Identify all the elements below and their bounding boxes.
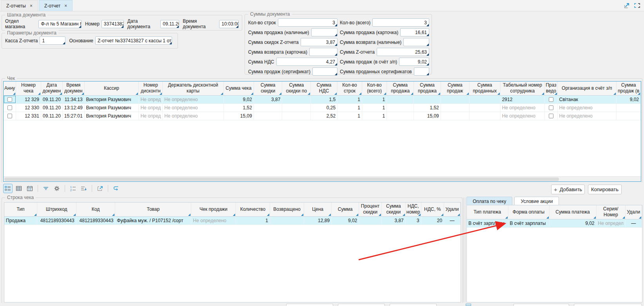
column-header[interactable]: Кол-во (всего) <box>362 81 386 95</box>
cell[interactable]: В счёт зарплаты <box>508 219 549 227</box>
column-header[interactable]: Сумма продажа <box>387 81 414 95</box>
column-header[interactable]: Удали <box>625 205 642 219</box>
cell[interactable] <box>254 103 282 112</box>
column-header[interactable]: Тип платежа <box>467 205 508 219</box>
cell[interactable] <box>282 95 311 103</box>
filter-icon[interactable] <box>41 184 51 193</box>
field-input[interactable]: Z-отчет №337413827 с кассы 1 от 2020 <box>95 36 172 45</box>
cell[interactable]: 20 <box>421 216 444 225</box>
cell[interactable]: Не определено <box>163 103 223 112</box>
cell[interactable]: Виктория Разумович <box>84 103 139 112</box>
list-view-icon[interactable] <box>3 184 13 193</box>
column-header[interactable]: Чек продажи <box>191 203 236 216</box>
cut-off-button[interactable] <box>574 304 642 306</box>
column-header[interactable]: Праз ведо <box>545 81 557 95</box>
cell[interactable]: 0,25 <box>311 103 337 112</box>
tab-z-otchety[interactable]: Z-отчеты × <box>1 0 38 11</box>
field-input[interactable]: 3 <box>278 18 337 27</box>
cell[interactable] <box>617 112 641 120</box>
tab-payment-by-check[interactable]: Оплата по чеку <box>466 197 512 205</box>
cell[interactable] <box>545 112 557 120</box>
column-header[interactable]: Форма оплаты <box>508 205 549 219</box>
grid-view-icon[interactable] <box>14 184 24 193</box>
column-header[interactable]: Сумма продаж <box>441 81 469 95</box>
cell[interactable] <box>4 112 16 120</box>
cut-off-button[interactable] <box>390 304 437 306</box>
cut-off-button[interactable] <box>338 304 385 306</box>
cell[interactable]: Не определено <box>557 112 617 120</box>
cell[interactable]: 15,09 <box>414 112 441 120</box>
column-header[interactable]: Кол-во строк <box>337 81 362 95</box>
column-header[interactable]: Количество <box>236 203 270 216</box>
cell[interactable]: Не определ <box>596 219 625 227</box>
cell[interactable]: Фуфайка муж. / Р107152 /сорт <box>115 216 191 225</box>
field-input[interactable] <box>414 67 429 76</box>
cell[interactable] <box>414 95 441 103</box>
table-row[interactable]: В счёт зарплатыВ счёт зарплаты9,02Не опр… <box>467 219 642 227</box>
cell[interactable]: 9,02 <box>223 95 254 103</box>
column-header[interactable]: Сумма чека <box>223 81 254 95</box>
cell[interactable]: 9,02 <box>549 219 596 227</box>
cell[interactable]: 3 <box>405 216 421 225</box>
panel-splitter[interactable] <box>463 197 465 302</box>
column-header[interactable]: Кассир <box>84 81 139 95</box>
field-input[interactable] <box>403 38 429 46</box>
cell[interactable]: 12 329 <box>16 95 41 103</box>
column-header[interactable]: НДС, номер <box>405 203 421 216</box>
column-header[interactable]: Держатель дисконтной карты <box>163 81 223 95</box>
column-header[interactable]: Сумма продаж (в <box>617 81 641 95</box>
field-input[interactable]: 10:03:00 <box>219 20 239 28</box>
table-row[interactable]: 12 33109.11.2015:27:01Виктория Разумович… <box>4 112 641 120</box>
cell[interactable] <box>469 95 500 103</box>
add-button[interactable]: + Добавить <box>551 185 585 194</box>
cell[interactable]: 13:12:49 <box>62 103 84 112</box>
copy-button[interactable]: Копировать <box>588 185 622 194</box>
cell[interactable]: Не опред <box>139 95 163 103</box>
cell[interactable] <box>545 103 557 112</box>
cell[interactable] <box>387 112 414 120</box>
cell[interactable] <box>4 103 16 112</box>
tab-z-otchet[interactable]: Z-отчет × <box>39 0 73 11</box>
cell[interactable] <box>441 112 469 120</box>
field-input[interactable]: 3 <box>372 18 429 27</box>
table-row[interactable]: 12 32909.11.2011:34:13Виктория Разумович… <box>4 95 641 103</box>
field-input[interactable]: 4,27 <box>276 58 338 66</box>
cell[interactable] <box>4 95 16 103</box>
cell[interactable]: 4812189330443 <box>37 216 76 225</box>
checkbox[interactable] <box>549 114 553 118</box>
cell[interactable] <box>545 95 557 103</box>
cell[interactable]: 1 <box>337 112 362 120</box>
cell[interactable]: 1,52 <box>414 103 441 112</box>
cell[interactable]: 09.11.20 <box>41 95 62 103</box>
cell[interactable]: — <box>625 219 642 227</box>
field-input[interactable]: 337413827 <box>102 20 124 28</box>
cell[interactable]: Не определено <box>500 112 544 120</box>
column-header[interactable]: Серия/ Номер <box>596 205 625 219</box>
column-header[interactable]: Возвращено <box>270 203 304 216</box>
close-icon[interactable]: × <box>30 3 33 9</box>
cell[interactable]: 09.11.20 <box>41 112 62 120</box>
column-header[interactable]: Организация в счёт з/п <box>557 81 617 95</box>
cell[interactable] <box>387 103 414 112</box>
checkbox[interactable] <box>549 97 553 102</box>
cell[interactable]: 1,52 <box>223 103 254 112</box>
cell[interactable] <box>254 112 282 120</box>
cell[interactable]: 1 <box>362 112 386 120</box>
column-header[interactable]: Анну <box>4 81 16 95</box>
column-header[interactable]: Код <box>76 203 115 216</box>
checkbox[interactable] <box>7 114 12 118</box>
field-input[interactable]: 16,61 <box>400 28 429 36</box>
column-header[interactable]: Сумма НДС <box>311 81 337 95</box>
column-header[interactable]: НДС, % <box>421 203 444 216</box>
checkbox[interactable] <box>7 97 12 102</box>
cell[interactable] <box>359 216 382 225</box>
field-input[interactable]: 25,63 <box>377 48 429 56</box>
fullscreen-icon[interactable] <box>633 2 641 9</box>
open-external-icon[interactable] <box>95 184 105 193</box>
field-input[interactable] <box>309 48 337 56</box>
cell[interactable]: Не определено <box>557 103 617 112</box>
cell[interactable]: 12 331 <box>16 112 41 120</box>
column-header[interactable]: Сумма продажа <box>414 81 441 95</box>
cell[interactable]: Не определено <box>163 95 223 103</box>
horizontal-scrollbar[interactable] <box>4 176 641 181</box>
